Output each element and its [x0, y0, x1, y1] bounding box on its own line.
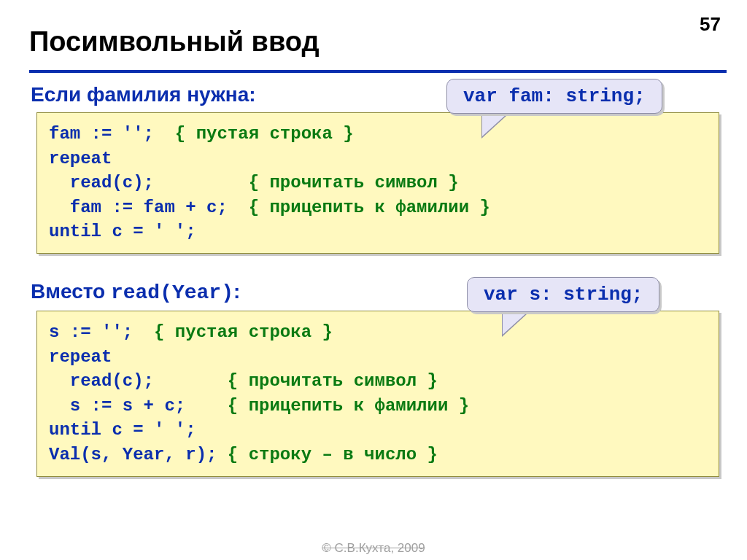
slide: 57 Посимвольный ввод Если фамилия нужна:… [0, 0, 747, 560]
code-line: Val(s, Year, r); { строку – в число } [49, 445, 438, 464]
footer-copyright: © С.В.Кухта, 2009 [0, 541, 747, 556]
code-line: s := s + c; { прицепить к фамилии } [49, 396, 469, 416]
code-line: s := ''; { пустая строка } [49, 322, 333, 342]
callout-var-s: var s: string; [467, 277, 659, 312]
section2-heading: Вместо read(Year): [31, 280, 240, 304]
code-line: fam := fam + c; { прицепить к фамилии } [49, 198, 490, 217]
page-number: 57 [700, 13, 721, 36]
code-line: read(c); { прочитать символ } [49, 173, 459, 192]
code-line: fam := ''; { пустая строка } [49, 124, 354, 144]
code-line: until c = ' '; [49, 222, 196, 241]
code-line: repeat [49, 149, 112, 168]
callout-var-fam: var fam: string; [446, 79, 662, 114]
code-line: read(c); { прочитать символ } [49, 371, 438, 391]
code-line: until c = ' '; [49, 420, 196, 440]
code-block-2: s := ''; { пустая строка } repeat read(c… [36, 311, 719, 477]
code-line: repeat [49, 347, 112, 367]
title-rule [29, 70, 727, 73]
code-block-1: fam := ''; { пустая строка } repeat read… [36, 112, 719, 254]
slide-title: Посимвольный ввод [29, 26, 320, 58]
section1-heading: Если фамилия нужна: [31, 83, 256, 106]
